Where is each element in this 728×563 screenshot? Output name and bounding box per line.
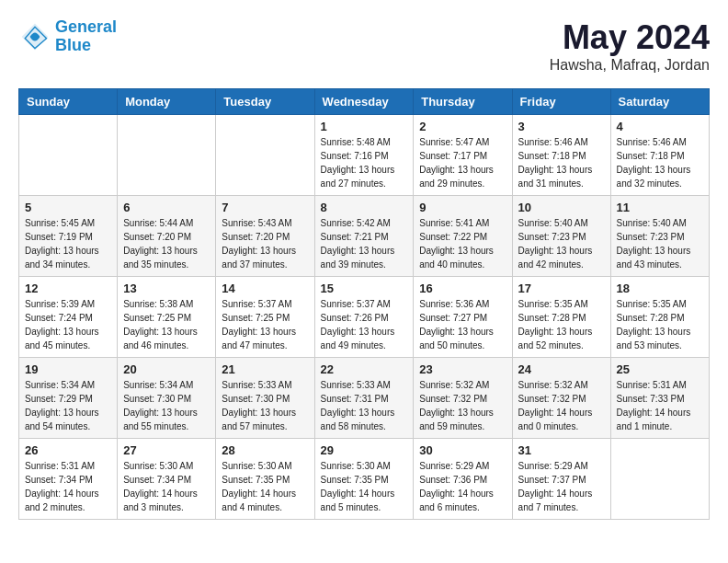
day-number: 7: [222, 201, 308, 214]
weekday-header: Monday: [118, 89, 216, 115]
day-info: Sunrise: 5:40 AM Sunset: 7:23 PM Dayligh…: [617, 216, 703, 271]
logo-line2: Blue: [55, 36, 91, 54]
weekday-header: Thursday: [414, 89, 512, 115]
day-info: Sunrise: 5:42 AM Sunset: 7:21 PM Dayligh…: [321, 216, 408, 271]
day-number: 12: [25, 282, 111, 295]
day-info: Sunrise: 5:47 AM Sunset: 7:17 PM Dayligh…: [419, 135, 506, 190]
day-info: Sunrise: 5:46 AM Sunset: 7:18 PM Dayligh…: [617, 135, 703, 190]
calendar-week-row: 19Sunrise: 5:34 AM Sunset: 7:29 PM Dayli…: [19, 358, 710, 439]
day-number: 8: [321, 201, 408, 214]
day-number: 21: [222, 362, 308, 376]
weekday-header-row: SundayMondayTuesdayWednesdayThursdayFrid…: [19, 89, 710, 115]
calendar-cell: 19Sunrise: 5:34 AM Sunset: 7:29 PM Dayli…: [19, 358, 118, 439]
calendar-cell: 15Sunrise: 5:37 AM Sunset: 7:26 PM Dayli…: [314, 277, 414, 358]
calendar-cell: 1Sunrise: 5:48 AM Sunset: 7:16 PM Daylig…: [314, 115, 414, 196]
day-info: Sunrise: 5:36 AM Sunset: 7:27 PM Dayligh…: [419, 297, 506, 352]
day-number: 13: [123, 282, 210, 295]
day-info: Sunrise: 5:39 AM Sunset: 7:24 PM Dayligh…: [25, 297, 111, 352]
day-info: Sunrise: 5:48 AM Sunset: 7:16 PM Dayligh…: [321, 135, 408, 190]
day-number: 3: [518, 120, 605, 133]
day-info: Sunrise: 5:37 AM Sunset: 7:26 PM Dayligh…: [321, 297, 408, 352]
day-info: Sunrise: 5:41 AM Sunset: 7:22 PM Dayligh…: [419, 216, 506, 271]
calendar-cell: 3Sunrise: 5:46 AM Sunset: 7:18 PM Daylig…: [512, 115, 610, 196]
calendar-cell: 29Sunrise: 5:30 AM Sunset: 7:35 PM Dayli…: [314, 439, 414, 520]
day-info: Sunrise: 5:30 AM Sunset: 7:34 PM Dayligh…: [123, 459, 210, 514]
calendar-cell: 28Sunrise: 5:30 AM Sunset: 7:35 PM Dayli…: [216, 439, 314, 520]
calendar-week-row: 5Sunrise: 5:45 AM Sunset: 7:19 PM Daylig…: [19, 196, 710, 277]
day-info: Sunrise: 5:35 AM Sunset: 7:28 PM Dayligh…: [518, 297, 605, 352]
day-info: Sunrise: 5:34 AM Sunset: 7:30 PM Dayligh…: [123, 378, 210, 433]
month-title: May 2024: [550, 18, 710, 57]
day-number: 25: [617, 362, 703, 376]
calendar: SundayMondayTuesdayWednesdayThursdayFrid…: [18, 88, 710, 520]
day-info: Sunrise: 5:32 AM Sunset: 7:32 PM Dayligh…: [419, 378, 506, 433]
calendar-cell: 7Sunrise: 5:43 AM Sunset: 7:20 PM Daylig…: [216, 196, 314, 277]
calendar-cell: 30Sunrise: 5:29 AM Sunset: 7:36 PM Dayli…: [414, 439, 512, 520]
calendar-week-row: 26Sunrise: 5:31 AM Sunset: 7:34 PM Dayli…: [19, 439, 710, 520]
day-number: 28: [222, 443, 308, 457]
calendar-cell: 8Sunrise: 5:42 AM Sunset: 7:21 PM Daylig…: [314, 196, 414, 277]
weekday-header: Saturday: [610, 89, 709, 115]
day-number: 30: [419, 443, 506, 457]
location: Hawsha, Mafraq, Jordan: [550, 57, 710, 74]
day-number: 31: [518, 443, 605, 457]
day-number: 15: [321, 282, 408, 295]
day-info: Sunrise: 5:31 AM Sunset: 7:33 PM Dayligh…: [617, 378, 703, 433]
day-info: Sunrise: 5:40 AM Sunset: 7:23 PM Dayligh…: [518, 216, 605, 271]
calendar-cell: 10Sunrise: 5:40 AM Sunset: 7:23 PM Dayli…: [512, 196, 610, 277]
day-info: Sunrise: 5:29 AM Sunset: 7:37 PM Dayligh…: [518, 459, 605, 514]
day-info: Sunrise: 5:46 AM Sunset: 7:18 PM Dayligh…: [518, 135, 605, 190]
day-number: 4: [617, 120, 703, 133]
day-info: Sunrise: 5:33 AM Sunset: 7:31 PM Dayligh…: [321, 378, 408, 433]
calendar-cell: 25Sunrise: 5:31 AM Sunset: 7:33 PM Dayli…: [610, 358, 709, 439]
day-info: Sunrise: 5:44 AM Sunset: 7:20 PM Dayligh…: [123, 216, 210, 271]
day-info: Sunrise: 5:30 AM Sunset: 7:35 PM Dayligh…: [321, 459, 408, 514]
weekday-header: Friday: [512, 89, 610, 115]
day-info: Sunrise: 5:43 AM Sunset: 7:20 PM Dayligh…: [222, 216, 308, 271]
title-block: May 2024 Hawsha, Mafraq, Jordan: [550, 18, 710, 74]
day-info: Sunrise: 5:35 AM Sunset: 7:28 PM Dayligh…: [617, 297, 703, 352]
calendar-cell: 17Sunrise: 5:35 AM Sunset: 7:28 PM Dayli…: [512, 277, 610, 358]
calendar-cell: 12Sunrise: 5:39 AM Sunset: 7:24 PM Dayli…: [19, 277, 118, 358]
page-header: General Blue May 2024 Hawsha, Mafraq, Jo…: [18, 18, 710, 74]
day-number: 26: [25, 443, 111, 457]
day-number: 29: [321, 443, 408, 457]
calendar-cell: [216, 115, 314, 196]
logo-text: General Blue: [55, 18, 117, 55]
calendar-cell: 6Sunrise: 5:44 AM Sunset: 7:20 PM Daylig…: [118, 196, 216, 277]
calendar-cell: 16Sunrise: 5:36 AM Sunset: 7:27 PM Dayli…: [414, 277, 512, 358]
calendar-cell: 14Sunrise: 5:37 AM Sunset: 7:25 PM Dayli…: [216, 277, 314, 358]
day-number: 2: [419, 120, 506, 133]
calendar-week-row: 12Sunrise: 5:39 AM Sunset: 7:24 PM Dayli…: [19, 277, 710, 358]
weekday-header: Sunday: [19, 89, 118, 115]
day-number: 14: [222, 282, 308, 295]
calendar-cell: 27Sunrise: 5:30 AM Sunset: 7:34 PM Dayli…: [118, 439, 216, 520]
day-number: 16: [419, 282, 506, 295]
day-number: 11: [617, 201, 703, 214]
day-info: Sunrise: 5:31 AM Sunset: 7:34 PM Dayligh…: [25, 459, 111, 514]
calendar-cell: 31Sunrise: 5:29 AM Sunset: 7:37 PM Dayli…: [512, 439, 610, 520]
day-info: Sunrise: 5:30 AM Sunset: 7:35 PM Dayligh…: [222, 459, 308, 514]
calendar-cell: 22Sunrise: 5:33 AM Sunset: 7:31 PM Dayli…: [314, 358, 414, 439]
day-number: 5: [25, 201, 111, 214]
calendar-cell: 13Sunrise: 5:38 AM Sunset: 7:25 PM Dayli…: [118, 277, 216, 358]
day-number: 20: [123, 362, 210, 376]
calendar-cell: 24Sunrise: 5:32 AM Sunset: 7:32 PM Dayli…: [512, 358, 610, 439]
day-number: 1: [321, 120, 408, 133]
day-number: 22: [321, 362, 408, 376]
day-info: Sunrise: 5:34 AM Sunset: 7:29 PM Dayligh…: [25, 378, 111, 433]
calendar-cell: [19, 115, 118, 196]
day-number: 17: [518, 282, 605, 295]
day-info: Sunrise: 5:37 AM Sunset: 7:25 PM Dayligh…: [222, 297, 308, 352]
day-number: 23: [419, 362, 506, 376]
calendar-cell: 5Sunrise: 5:45 AM Sunset: 7:19 PM Daylig…: [19, 196, 118, 277]
calendar-cell: 20Sunrise: 5:34 AM Sunset: 7:30 PM Dayli…: [118, 358, 216, 439]
calendar-cell: 26Sunrise: 5:31 AM Sunset: 7:34 PM Dayli…: [19, 439, 118, 520]
weekday-header: Tuesday: [216, 89, 314, 115]
day-info: Sunrise: 5:45 AM Sunset: 7:19 PM Dayligh…: [25, 216, 111, 271]
calendar-cell: 9Sunrise: 5:41 AM Sunset: 7:22 PM Daylig…: [414, 196, 512, 277]
calendar-cell: 4Sunrise: 5:46 AM Sunset: 7:18 PM Daylig…: [610, 115, 709, 196]
weekday-header: Wednesday: [314, 89, 414, 115]
day-number: 10: [518, 201, 605, 214]
calendar-cell: 18Sunrise: 5:35 AM Sunset: 7:28 PM Dayli…: [610, 277, 709, 358]
